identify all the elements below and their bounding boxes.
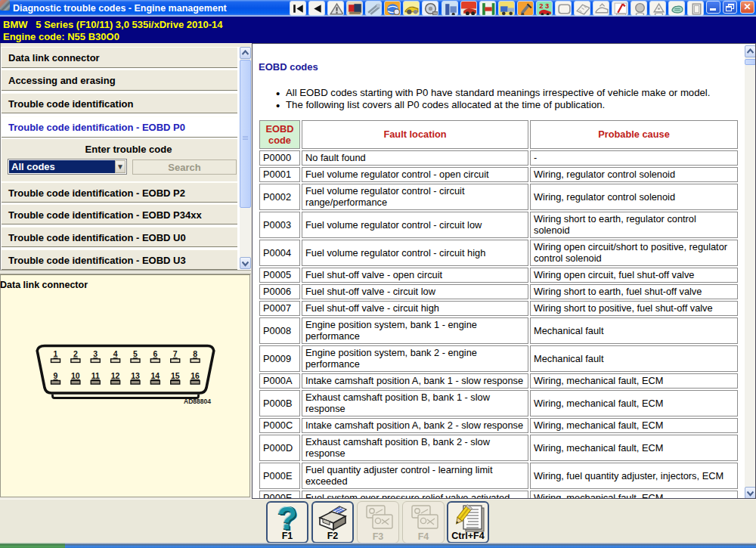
svg-text:5: 5	[133, 349, 138, 358]
svg-text:8: 8	[193, 349, 197, 358]
svg-text:13: 13	[131, 371, 140, 380]
svg-text:6: 6	[153, 349, 157, 358]
svg-text:1: 1	[54, 349, 58, 358]
svg-text:12: 12	[111, 371, 120, 380]
svg-text:4: 4	[113, 349, 118, 358]
svg-text:9: 9	[54, 371, 58, 380]
svg-text:7: 7	[173, 349, 178, 358]
svg-text:14: 14	[151, 371, 160, 380]
svg-text:10: 10	[71, 371, 80, 380]
svg-text:11: 11	[91, 371, 100, 380]
svg-text:15: 15	[171, 371, 180, 380]
svg-text:3: 3	[93, 349, 98, 358]
svg-text:2: 2	[73, 349, 78, 358]
svg-text:AD88804: AD88804	[184, 398, 211, 405]
svg-text:16: 16	[191, 371, 200, 380]
svg-text:2 3: 2 3	[539, 2, 549, 10]
